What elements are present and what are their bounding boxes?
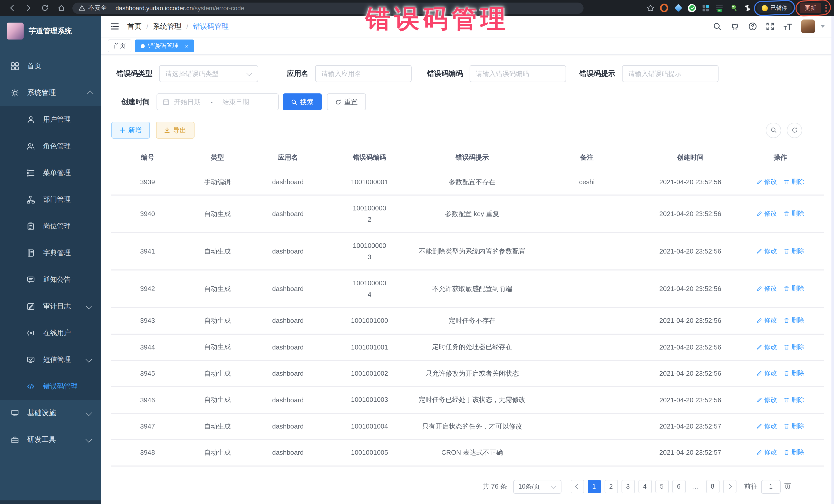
divider (111, 5, 111, 11)
delete-link[interactable]: 删除 (784, 369, 804, 378)
add-button[interactable]: 新增 (111, 122, 150, 138)
sidebar-item-label: 字典管理 (43, 248, 71, 258)
export-button[interactable]: 导出 (156, 122, 195, 138)
extension-puzzle-icon[interactable] (743, 4, 751, 12)
pencil-icon (756, 344, 762, 350)
delete-link[interactable]: 删除 (784, 448, 804, 457)
page-button-4[interactable]: 4 (638, 480, 652, 493)
cell-hint: 定时任务已经处于该状态，无需修改 (414, 395, 530, 404)
edit-link[interactable]: 修改 (756, 247, 777, 256)
extension-list-on-icon[interactable]: on (716, 4, 724, 12)
github-icon[interactable] (730, 22, 740, 31)
search-button[interactable]: 搜索 (283, 93, 322, 110)
delete-link[interactable]: 删除 (784, 343, 804, 351)
goto-page-input[interactable] (761, 480, 781, 494)
extension-search-person-icon[interactable] (729, 4, 738, 12)
sidebar-item-label: 在线用户 (43, 328, 71, 338)
edit-link[interactable]: 修改 (756, 343, 777, 351)
prev-page-button[interactable] (570, 480, 584, 493)
sidebar-item-label: 菜单管理 (43, 168, 71, 178)
download-icon (164, 127, 170, 133)
sidebar-item-11[interactable]: 在线用户 (0, 320, 101, 346)
delete-link[interactable]: 删除 (784, 178, 804, 186)
extension-gem-icon[interactable] (674, 4, 682, 12)
sidebar-item-14[interactable]: 基础设施 (0, 400, 101, 426)
page-button-5[interactable]: 5 (655, 480, 668, 493)
user-avatar[interactable] (801, 20, 815, 34)
tab-error-code[interactable]: 错误码管理 × (135, 40, 194, 52)
delete-link[interactable]: 删除 (784, 422, 804, 431)
sidebar-item-label: 审计日志 (43, 302, 71, 311)
collapse-menu-icon[interactable] (110, 23, 119, 30)
error-hint-input[interactable] (622, 65, 719, 82)
sidebar-item-3[interactable]: 用户管理 (0, 106, 101, 133)
profile-paused-pill[interactable]: 已暂停 (757, 3, 792, 13)
delete-link[interactable]: 删除 (784, 210, 804, 218)
forward-icon[interactable] (25, 4, 32, 12)
page-size-select[interactable]: 10条/页 (513, 480, 562, 494)
error-code-input[interactable] (469, 65, 566, 82)
sidebar-item-9[interactable]: 通知公告 (0, 266, 101, 293)
next-page-button[interactable] (723, 480, 736, 493)
sidebar-item-6[interactable]: 部门管理 (0, 186, 101, 213)
sidebar-item-8[interactable]: 字典管理 (0, 240, 101, 266)
sidebar-item-15[interactable]: 研发工具 (0, 426, 101, 453)
sidebar-item-2[interactable]: 系统管理 (0, 80, 101, 106)
date-range-picker[interactable]: 开始日期 - 结束日期 (156, 93, 279, 110)
column-header: 创建时间 (643, 153, 737, 162)
delete-link[interactable]: 删除 (784, 247, 804, 256)
trash-icon (784, 371, 789, 376)
delete-link[interactable]: 删除 (784, 316, 804, 325)
home-icon[interactable] (58, 4, 65, 12)
sidebar-item-12[interactable]: 短信管理 (0, 346, 101, 373)
toggle-search-icon[interactable] (766, 123, 781, 138)
back-icon[interactable] (8, 4, 16, 12)
bookmark-star-icon[interactable] (646, 4, 654, 12)
page-button-1[interactable]: 1 (587, 480, 601, 493)
extension-grid-icon[interactable] (702, 4, 710, 12)
breadcrumb-system[interactable]: 系统管理 (153, 22, 182, 31)
edit-link[interactable]: 修改 (756, 369, 777, 378)
delete-link[interactable]: 删除 (784, 284, 804, 293)
font-size-icon[interactable] (783, 22, 792, 30)
page-button-6[interactable]: 6 (672, 480, 685, 493)
delete-link[interactable]: 删除 (784, 395, 804, 404)
sidebar-item-13[interactable]: 错误码管理 (0, 373, 101, 400)
sidebar-item-1[interactable]: 首页 (0, 53, 101, 80)
filter-row-1: 错误码类型 请选择错误码类型 应用名 错误码编码 错误码提示 (116, 65, 824, 82)
reload-icon[interactable] (41, 4, 49, 12)
page-button-2[interactable]: 2 (604, 480, 618, 493)
cell-hint: 参数配置 key 重复 (414, 210, 530, 219)
edit-link[interactable]: 修改 (756, 395, 777, 404)
cell-time: 2021-04-20 23:52:56 (643, 285, 737, 292)
edit-link[interactable]: 修改 (756, 178, 777, 186)
breadcrumb-home[interactable]: 首页 (127, 22, 142, 31)
help-icon[interactable] (748, 22, 757, 31)
edit-link[interactable]: 修改 (756, 448, 777, 457)
error-type-select[interactable]: 请选择错误码类型 (159, 65, 258, 82)
fullscreen-icon[interactable] (766, 22, 774, 31)
sidebar-item-5[interactable]: 菜单管理 (0, 160, 101, 186)
app-name-input[interactable] (315, 65, 412, 82)
sidebar-item-4[interactable]: 角色管理 (0, 133, 101, 160)
edit-link[interactable]: 修改 (756, 210, 777, 218)
tab-home[interactable]: 首页 (108, 40, 131, 52)
sidebar-item-7[interactable]: 岗位管理 (0, 213, 101, 240)
cell-app: dashboard (251, 285, 325, 292)
sidebar-item-10[interactable]: 审计日志 (0, 293, 101, 320)
refresh-table-icon[interactable] (787, 123, 802, 138)
extension-orange-icon[interactable] (660, 4, 668, 12)
close-tab-icon[interactable]: × (185, 43, 188, 49)
edit-link[interactable]: 修改 (756, 316, 777, 325)
extension-check-icon[interactable] (688, 4, 696, 12)
table-row: 3941自动生成dashboard100100000 3不能删除类型为系统内置的… (111, 233, 824, 271)
page-button-8[interactable]: 8 (706, 480, 719, 493)
chevron-down-icon[interactable] (821, 25, 825, 28)
page-button-3[interactable]: 3 (621, 480, 635, 493)
reset-button[interactable]: 重置 (327, 93, 366, 110)
search-icon[interactable] (713, 22, 722, 31)
sidebar-item-label: 用户管理 (43, 115, 71, 124)
edit-link[interactable]: 修改 (756, 422, 777, 431)
cell-app: dashboard (251, 449, 325, 457)
edit-link[interactable]: 修改 (756, 284, 777, 293)
